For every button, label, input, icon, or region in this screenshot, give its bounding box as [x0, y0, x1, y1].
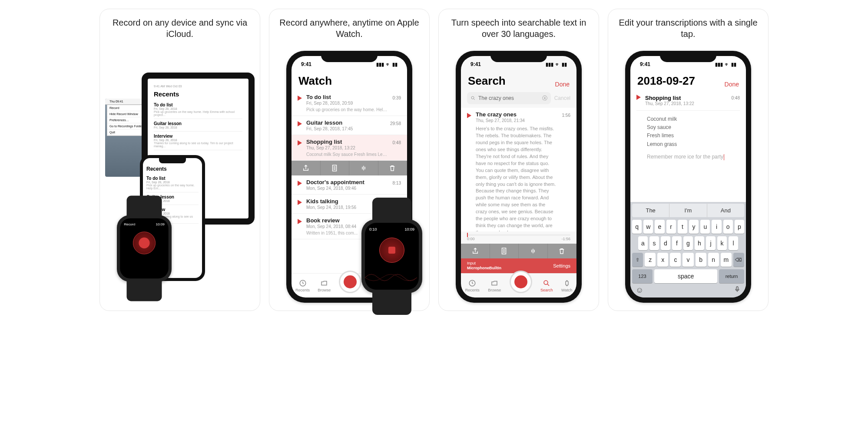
tab-watch[interactable]: Watch: [561, 279, 572, 292]
trash-icon[interactable]: [548, 244, 577, 258]
list-item[interactable]: Doctor's appointment Mon, Sep 24, 2018, …: [292, 175, 407, 195]
key[interactable]: i: [712, 220, 721, 234]
signal-icon: ▮▮▮: [376, 62, 384, 67]
settings-button[interactable]: Settings: [553, 263, 570, 268]
tab-browse[interactable]: Browse: [318, 279, 331, 292]
space-key[interactable]: space: [654, 269, 717, 283]
list-item[interactable]: Guitar lesson Fri, Sep 28, 2018: [154, 119, 242, 132]
waveform-icon: [365, 269, 417, 286]
key[interactable]: w: [643, 220, 653, 234]
key[interactable]: v: [682, 253, 693, 267]
key[interactable]: p: [735, 220, 744, 234]
prediction[interactable]: The: [632, 204, 669, 217]
key[interactable]: x: [657, 253, 668, 267]
search-input[interactable]: The crazy ones ⓧ: [467, 92, 551, 104]
share-icon[interactable]: [461, 244, 490, 258]
key[interactable]: s: [649, 236, 659, 250]
battery-icon: ▮▮: [731, 62, 736, 67]
transcription-editor[interactable]: Coconut milk Soy sauce Fresh limes Lemon…: [636, 111, 740, 161]
play-icon[interactable]: [298, 200, 302, 205]
clear-icon[interactable]: ⓧ: [542, 95, 547, 102]
record-button[interactable]: [133, 231, 156, 254]
tab-search[interactable]: Search: [540, 279, 553, 292]
return-key[interactable]: return: [719, 269, 744, 283]
key[interactable]: b: [696, 253, 706, 267]
prediction-bar: The I'm And: [632, 204, 744, 217]
key[interactable]: t: [678, 220, 687, 234]
waveform-icon[interactable]: [519, 244, 548, 258]
transcript-text: Here's to the crazy ones. The misfits. T…: [476, 123, 558, 231]
play-icon[interactable]: [636, 95, 641, 100]
watch-elapsed: 0:10: [369, 227, 377, 231]
ipad-title: Recents: [154, 90, 242, 98]
list-item[interactable]: Interview Fri, Sep 28, 2018 Thanks for c…: [154, 132, 242, 150]
signal-icon: ▮▮▮: [715, 62, 723, 67]
list-item[interactable]: Guitar lesson Fri, Sep 28, 2018, 17:45 2…: [292, 116, 407, 135]
play-icon[interactable]: [298, 181, 302, 186]
backspace-key[interactable]: ⌫: [733, 253, 744, 267]
record-button[interactable]: [339, 271, 361, 293]
stop-button[interactable]: [379, 238, 404, 263]
list-item[interactable]: To do list Fri, Sep 28, 2018, 20:59 Pick…: [292, 90, 407, 116]
prediction[interactable]: And: [707, 204, 744, 217]
key[interactable]: o: [723, 220, 733, 234]
page-title: 2018-09-27: [637, 74, 695, 88]
done-button[interactable]: Done: [555, 81, 570, 88]
play-icon[interactable]: [467, 113, 471, 118]
page-title: Watch: [298, 74, 332, 88]
trash-icon[interactable]: [378, 161, 407, 175]
shift-key[interactable]: ⇧: [632, 253, 643, 267]
key[interactable]: f: [672, 236, 682, 250]
key[interactable]: r: [666, 220, 676, 234]
done-button[interactable]: Done: [725, 81, 739, 88]
watch-device: 0:10 10:09: [361, 219, 422, 293]
tab-recents[interactable]: Recents: [465, 279, 480, 292]
play-icon[interactable]: [298, 121, 302, 126]
key[interactable]: j: [706, 236, 716, 250]
key[interactable]: l: [729, 236, 738, 250]
document-icon[interactable]: [321, 161, 350, 175]
svg-rect-6: [566, 281, 568, 285]
key[interactable]: d: [661, 236, 670, 250]
play-icon[interactable]: [298, 96, 302, 101]
keyboard[interactable]: The I'm And qwertyuiop asdfghjkl ⇧ zxcvb…: [630, 202, 746, 298]
key[interactable]: e: [655, 220, 664, 234]
key[interactable]: g: [683, 236, 693, 250]
key[interactable]: m: [721, 253, 732, 267]
key[interactable]: q: [632, 220, 642, 234]
tab-recents[interactable]: Recents: [295, 279, 310, 292]
list-item[interactable]: To do list Fri, Sep 28, 2018 Pick up gro…: [154, 100, 242, 119]
recording-header[interactable]: Shopping list Thu, Sep 27, 2018, 13:22 0…: [636, 90, 740, 111]
play-icon[interactable]: [298, 140, 302, 145]
key[interactable]: z: [645, 253, 656, 267]
num-key[interactable]: 123: [632, 269, 653, 283]
key[interactable]: c: [670, 253, 681, 267]
wifi-icon: ᯤ: [386, 62, 391, 67]
record-button[interactable]: [510, 271, 532, 293]
prediction[interactable]: I'm: [669, 204, 707, 217]
key[interactable]: h: [695, 236, 704, 250]
watch-time: 10:09: [156, 222, 165, 226]
svg-rect-7: [736, 287, 738, 290]
signal-icon: ▮▮▮: [546, 62, 553, 67]
key[interactable]: n: [708, 253, 719, 267]
playback-track[interactable]: 0:00 -1:56: [461, 231, 576, 244]
list-item[interactable]: To do list Fri, Sep 28, 2018 Pick up gro…: [146, 174, 199, 192]
key[interactable]: k: [717, 236, 727, 250]
key[interactable]: a: [638, 236, 648, 250]
device-collage: Thu 09:41 Record Hide Record Window Pref…: [105, 51, 255, 277]
iphone-frame: 9:41 ▮▮▮ᯤ▮▮ 2018-09-27 Done Shopping lis…: [625, 51, 751, 303]
mic-icon[interactable]: [734, 286, 741, 295]
cancel-button[interactable]: Cancel: [554, 95, 570, 101]
list-item-selected[interactable]: Shopping list Thu, Sep 27, 2018, 13:22 C…: [292, 135, 407, 161]
emoji-icon[interactable]: ☺: [636, 286, 643, 295]
screenshot-4: Edit your transcriptions with a single t…: [608, 9, 769, 311]
play-icon[interactable]: [298, 219, 302, 224]
tab-browse[interactable]: Browse: [488, 279, 501, 292]
key[interactable]: u: [700, 220, 710, 234]
key[interactable]: y: [689, 220, 699, 234]
share-icon[interactable]: [292, 161, 321, 175]
waveform-icon[interactable]: [349, 161, 378, 175]
document-icon[interactable]: [490, 244, 519, 258]
search-result[interactable]: The crazy ones Thu, Sep 27, 2018, 21:34 …: [461, 108, 576, 231]
